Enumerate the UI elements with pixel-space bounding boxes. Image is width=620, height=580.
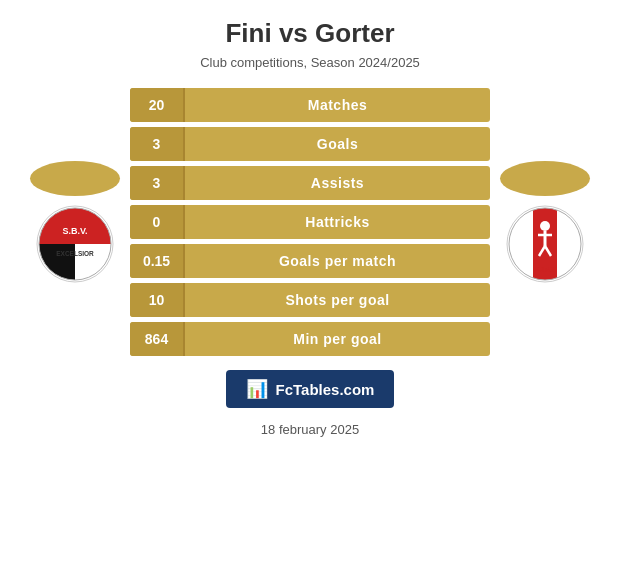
stat-value: 0	[130, 205, 185, 239]
stats-column: 20Matches3Goals3Assists0Hattricks0.15Goa…	[130, 88, 490, 356]
stat-label: Assists	[185, 175, 490, 191]
stat-row: 3Goals	[130, 127, 490, 161]
stat-value: 3	[130, 127, 185, 161]
stat-value: 20	[130, 88, 185, 122]
stat-label: Hattricks	[185, 214, 490, 230]
stat-value: 0.15	[130, 244, 185, 278]
stat-label: Shots per goal	[185, 292, 490, 308]
left-team-logo: S.B.V. EXCELSIOR	[20, 161, 130, 284]
stat-row: 3Assists	[130, 166, 490, 200]
svg-point-10	[540, 221, 550, 231]
stat-row: 864Min per goal	[130, 322, 490, 356]
right-team-logo: AJAX	[490, 161, 600, 284]
main-content: S.B.V. EXCELSIOR 20Matches3Goals3Assists…	[10, 88, 610, 356]
stat-label: Goals per match	[185, 253, 490, 269]
main-container: Fini vs Gorter Club competitions, Season…	[0, 0, 620, 580]
fctables-section: 📊 FcTables.com	[226, 370, 395, 408]
page-title: Fini vs Gorter	[225, 18, 394, 49]
svg-text:AJAX: AJAX	[534, 265, 556, 274]
stat-row: 0Hattricks	[130, 205, 490, 239]
stat-value: 10	[130, 283, 185, 317]
stat-row: 10Shots per goal	[130, 283, 490, 317]
left-oval-decoration	[30, 161, 120, 196]
stat-row: 20Matches	[130, 88, 490, 122]
footer-date: 18 february 2025	[261, 422, 359, 437]
svg-text:S.B.V.: S.B.V.	[62, 226, 87, 236]
ajax-logo-svg: AJAX	[505, 204, 585, 284]
right-oval-decoration	[500, 161, 590, 196]
stat-label: Goals	[185, 136, 490, 152]
stat-row: 0.15Goals per match	[130, 244, 490, 278]
fctables-badge: 📊 FcTables.com	[226, 370, 395, 408]
chart-icon: 📊	[246, 378, 268, 400]
stat-value: 3	[130, 166, 185, 200]
stat-label: Min per goal	[185, 331, 490, 347]
stat-value: 864	[130, 322, 185, 356]
excelsior-logo-svg: S.B.V. EXCELSIOR	[35, 204, 115, 284]
svg-text:EXCELSIOR: EXCELSIOR	[56, 250, 94, 257]
fctables-text: FcTables.com	[276, 381, 375, 398]
stat-label: Matches	[185, 97, 490, 113]
page-subtitle: Club competitions, Season 2024/2025	[200, 55, 420, 70]
